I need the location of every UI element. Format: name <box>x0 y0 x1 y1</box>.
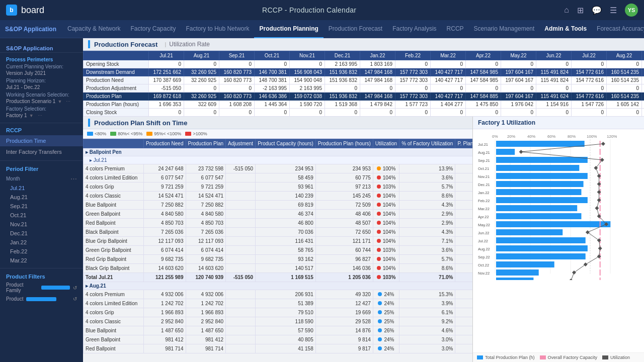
forecast-cell-0-6: 1 803 169 <box>360 60 395 68</box>
nav-production-forecast[interactable]: Production Forecast <box>324 20 387 38</box>
shift-cell-1-0-3-8 <box>455 317 472 326</box>
month-mar22[interactable]: Mar.22 <box>0 256 83 265</box>
month-sep21[interactable]: Sep.21 <box>0 202 83 211</box>
shift-cell-0-0-6-4: 46 800 <box>256 219 316 228</box>
legend-util-color <box>602 355 608 359</box>
util-dot-red <box>377 230 381 234</box>
month-jul21[interactable]: Jul.21 <box>0 184 83 193</box>
nav-forecast-accuracy[interactable]: Forecast Accuracy <box>592 20 644 38</box>
shift-cell-1-0-2-6: 25% <box>373 308 399 317</box>
util-dot-red <box>377 257 381 261</box>
forecast-cell-4-8: 140 427 717 <box>431 93 466 101</box>
month-dec21[interactable]: Dec.21 <box>0 229 83 238</box>
forecast-cell-0-0: 0 <box>149 60 184 68</box>
chart-y-label-7: Feb.22 <box>478 199 490 203</box>
shift-cell-0-0-9-0: Green Grip Ballpoint <box>84 246 144 255</box>
shift-cell-0-0-3-3 <box>226 192 256 201</box>
nav-production-planning[interactable]: Production Planning <box>254 20 323 38</box>
lower-panels: Production Plan Shift on Time <80% 80%< … <box>83 117 644 362</box>
forecast-cell-3-10: 0 <box>501 84 536 93</box>
shift-cell-0-0-6-3 <box>226 219 256 228</box>
scenario-dropdown-icon[interactable]: ▼ <box>57 99 62 104</box>
forecast-row-0: Opening Stock000002 163 9951 803 1690000… <box>84 60 645 68</box>
forecast-cell-2-8: 140 427 717 <box>431 76 466 84</box>
shift-cell-1-0-6-3 <box>226 344 256 353</box>
legend-utilization: Utilization <box>602 355 630 360</box>
shift-cell-0-0-0-1: 24 247 648 <box>144 164 186 173</box>
sidebar-item-inter-factory[interactable]: Inter Factory Transfers <box>0 146 83 157</box>
shift-cell-0-0-9-6: 103% <box>373 246 399 255</box>
shift-group-1: ▸ Aug.21 <box>84 282 473 290</box>
forecast-cell-3-12: 0 <box>572 84 607 93</box>
forecast-col-14: Aug.22 <box>607 51 642 60</box>
factory-settings-icon[interactable]: ⋯ <box>38 113 42 118</box>
process-label: Process Perimeters <box>0 55 83 63</box>
avatar[interactable]: YS <box>625 4 638 17</box>
forecast-row-label-2: Production Need <box>84 76 149 84</box>
nav-rccp[interactable]: RCCP <box>442 20 469 38</box>
shift-cell-1-0-5-4: 40 805 <box>256 335 316 344</box>
forecast-cell-3-13: 0 <box>607 84 642 93</box>
legend-95-100-color <box>146 132 152 136</box>
month-jan22[interactable]: Jan.22 <box>0 238 83 247</box>
shift-cell-0-0-5-4: 46 374 <box>256 210 316 219</box>
planning-horizon-value: Jul.21 - Dec.22 <box>0 84 83 92</box>
product-bar[interactable] <box>26 297 56 301</box>
shift-cell-1-0-4-0: Blue Ballpoint <box>84 326 144 335</box>
nav-capacity-network[interactable]: Capacity & Network <box>62 20 125 38</box>
chat-icon[interactable]: 💬 <box>592 6 602 15</box>
home-icon[interactable]: ⌂ <box>564 6 569 15</box>
nav-factory-capacity[interactable]: Factory Capacity <box>125 20 181 38</box>
product-family-refresh[interactable]: ↺ <box>73 285 77 291</box>
shift-cell-0-0-1-7: 3.6% <box>399 173 455 183</box>
nav-scenario-mgmt[interactable]: Scenario Management <box>469 20 540 38</box>
month-oct21[interactable]: Oct.21 <box>0 211 83 220</box>
shift-row-0-0-11: Black Grip Ballpoint14 603 62014 603 620… <box>84 264 473 273</box>
forecast-cell-6-12: 0 <box>572 109 607 117</box>
forecast-cell-5-2: 1 608 208 <box>219 101 255 109</box>
nav-factory-analysis[interactable]: Factory Analysis <box>387 20 441 38</box>
menu-icon[interactable]: ☰ <box>610 6 617 15</box>
sidebar-item-production-time[interactable]: Production Time <box>0 135 83 146</box>
shift-cell-0-0-7-4: 70 036 <box>256 228 316 237</box>
nav-factory-hub[interactable]: Factory to Hub Network <box>181 20 254 38</box>
product-refresh[interactable]: ↺ <box>73 296 77 302</box>
month-nov21[interactable]: Nov.21 <box>0 220 83 229</box>
factory-dropdown-icon[interactable]: ▼ <box>29 113 34 118</box>
forecast-cell-5-12: 1 547 726 <box>572 101 607 109</box>
shift-cell-0-0-6-5: 48 507 <box>315 219 373 228</box>
forecast-title: Production Forecast <box>94 41 157 48</box>
shift-cell-0-0-1-5: 60 775 <box>315 173 373 183</box>
shift-cell-0-0-2-4: 93 961 <box>256 183 316 192</box>
col-prod-need: Production Need <box>144 139 186 148</box>
shift-cell-0-0-0-8 <box>455 164 472 173</box>
shift-row-0-0-10: Red Grip Ballpoint9 682 7359 682 73593 1… <box>84 255 473 264</box>
shift-cell-0-0-8-5: 121 171 <box>315 237 373 246</box>
forecast-cell-1-9: 147 584 985 <box>466 68 501 76</box>
shift-row-0-0-8: Blue Grip Ballpoint12 117 09312 117 0931… <box>84 237 473 246</box>
util-dot-red <box>377 212 381 216</box>
chart-y-label-5: Dec.21 <box>478 183 490 187</box>
util-dot-blue <box>378 301 382 305</box>
shift-cell-0-0-4-2: 7 250 882 <box>186 201 226 210</box>
shift-cell-0-0-4-7: 4.3% <box>399 201 455 210</box>
product-family-bar[interactable] <box>41 286 70 290</box>
shift-cell-0-0-5-1: 4 840 580 <box>144 210 186 219</box>
forecast-cell-3-6: 0 <box>360 84 395 93</box>
month-aug21[interactable]: Aug.21 <box>0 193 83 202</box>
shift-cell-0-0-5-2: 4 840 580 <box>186 210 226 219</box>
grid-icon[interactable]: ⊞ <box>577 6 584 15</box>
forecast-cell-1-7: 157 772 303 <box>395 68 431 76</box>
period-more-icon[interactable]: ⋯ <box>70 175 77 183</box>
forecast-row-label-1: Downstream Demand <box>84 68 149 76</box>
month-feb22[interactable]: Feb.22 <box>0 247 83 256</box>
forecast-cell-0-2: 0 <box>219 60 255 68</box>
shift-title: Production Plan Shift on Time <box>94 119 187 127</box>
scenario-settings-icon[interactable]: ⋯ <box>66 99 70 104</box>
forecast-cell-1-3: 146 700 381 <box>255 68 290 76</box>
shift-table-container[interactable]: Production Need Production Plan Adjustme… <box>83 139 472 362</box>
nav-admin-tools[interactable]: Admin & Tools <box>539 20 592 38</box>
forecast-cell-4-2: 160 820 773 <box>219 93 255 101</box>
shift-cell-0-0-4-6: 104% <box>373 201 399 210</box>
product-label: Product <box>6 296 23 302</box>
